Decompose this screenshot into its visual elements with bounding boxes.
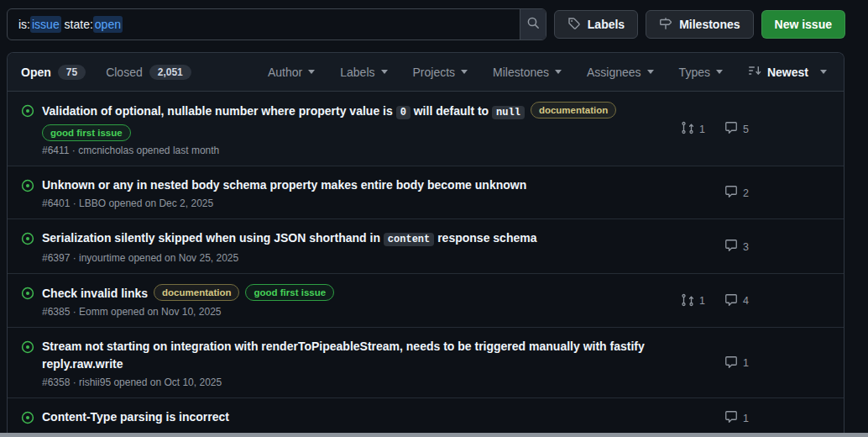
issue-title-text: response schema	[434, 231, 536, 245]
issue-title[interactable]: Serialization silently skipped when usin…	[42, 229, 681, 249]
issue-main: Stream not starting on integration with …	[34, 338, 681, 388]
filter-dropdowns: Author Labels Projects Milestones Assign…	[268, 64, 830, 80]
label-good-first-issue[interactable]: good first issue	[42, 124, 131, 141]
chevron-down-icon	[461, 70, 468, 74]
issue-main: Check invalid linksdocumentationgood fir…	[34, 284, 681, 318]
sort-desc-icon	[748, 64, 761, 80]
open-issue-icon	[21, 340, 34, 357]
filter-assignees-label: Assignees	[587, 66, 641, 79]
label-documentation[interactable]: documentation	[531, 102, 616, 118]
inline-code: null	[492, 106, 525, 119]
filter-author[interactable]: Author	[268, 66, 315, 79]
issue-stats: 1	[681, 355, 830, 371]
comment-icon	[724, 121, 738, 137]
comment-icon	[724, 185, 738, 201]
inline-code: 0	[396, 106, 410, 119]
issue-labels: good first issue	[42, 124, 681, 141]
issue-row[interactable]: Stream not starting on integration with …	[8, 328, 844, 398]
inline-code: content	[384, 233, 434, 246]
issues-page: is:issue state:open Labels Milestones Ne…	[0, 0, 868, 437]
labels-button-label: Labels	[588, 18, 625, 31]
issue-title[interactable]: Content-Type parsing is incorrect	[42, 408, 681, 426]
issue-title[interactable]: Stream not starting on integration with …	[42, 338, 681, 373]
tab-open[interactable]: Open 75	[21, 65, 86, 80]
comment-count: 3	[743, 241, 749, 253]
issue-row[interactable]: Serialization silently skipped when usin…	[8, 219, 844, 274]
comment-count: 1	[743, 357, 749, 369]
pull-request-icon	[681, 121, 694, 137]
chevron-down-icon	[716, 70, 723, 74]
issue-row[interactable]: Unknown or any in nested body schema pro…	[8, 166, 844, 219]
comments-stat[interactable]: 4	[724, 293, 768, 309]
issue-title[interactable]: Unknown or any in nested body schema pro…	[42, 176, 681, 194]
issue-main: Unknown or any in nested body schema pro…	[34, 176, 681, 209]
comment-count: 1	[743, 413, 749, 424]
issue-stats: 3	[681, 239, 830, 255]
comments-stat[interactable]: 3	[724, 239, 768, 255]
search-token-qualifier: is:	[18, 18, 30, 31]
milestones-button[interactable]: Milestones	[646, 10, 753, 39]
comment-icon	[724, 355, 738, 371]
filter-labels[interactable]: Labels	[340, 66, 387, 79]
comment-count: 5	[743, 124, 749, 135]
search-input[interactable]: is:issue state:open	[7, 8, 546, 40]
open-issue-icon	[21, 104, 34, 121]
filter-labels-label: Labels	[340, 66, 374, 79]
issue-title-text: Serialization silently skipped when usin…	[42, 231, 384, 245]
filter-milestones[interactable]: Milestones	[493, 66, 562, 79]
linked-pr-stat[interactable]: 1	[681, 293, 724, 309]
horizontal-scrollbar[interactable]	[0, 433, 868, 437]
issue-title-text: Check invalid links	[42, 287, 148, 300]
sort-dropdown[interactable]: Newest	[748, 64, 827, 80]
comment-count: 4	[743, 295, 749, 307]
comments-stat[interactable]: 5	[724, 121, 768, 137]
milestone-icon	[659, 17, 672, 33]
issues-list-container: Open 75 Closed 2,051 Author Labels Proje…	[7, 52, 844, 437]
open-issue-icon	[21, 287, 34, 303]
filter-author-label: Author	[268, 66, 302, 79]
issue-stats: 2	[681, 185, 830, 201]
filter-milestones-label: Milestones	[493, 66, 549, 79]
linked-pr-stat[interactable]: 1	[681, 121, 724, 137]
new-issue-button[interactable]: New issue	[761, 10, 845, 39]
comments-stat[interactable]: 2	[724, 185, 768, 201]
filter-projects-label: Projects	[413, 66, 456, 79]
open-issue-icon	[21, 232, 34, 249]
issue-row[interactable]: Content-Type parsing is incorrect 1	[8, 398, 844, 437]
filter-types[interactable]: Types	[679, 66, 723, 79]
chevron-down-icon	[381, 70, 388, 74]
filter-types-label: Types	[679, 66, 710, 79]
issue-title[interactable]: Validation of optional, nullable number …	[42, 102, 681, 122]
tab-closed[interactable]: Closed 2,051	[106, 65, 191, 80]
search-token-value: open	[93, 16, 123, 33]
chevron-down-icon	[820, 70, 827, 74]
search-button[interactable]	[520, 9, 546, 39]
issue-row[interactable]: Check invalid linksdocumentationgood fir…	[8, 274, 844, 328]
issue-row[interactable]: Validation of optional, nullable number …	[8, 92, 844, 166]
sort-label: Newest	[767, 66, 808, 79]
filter-assignees[interactable]: Assignees	[587, 66, 654, 79]
issue-meta: #6397 · inyourtime opened on Nov 25, 202…	[42, 252, 681, 264]
issue-meta: #6411 · cmcnicholas opened last month	[42, 145, 681, 156]
label-documentation[interactable]: documentation	[154, 284, 239, 301]
issue-title[interactable]: Check invalid linksdocumentationgood fir…	[42, 284, 681, 303]
pull-request-icon	[681, 293, 694, 309]
search-token-value: issue	[30, 16, 61, 33]
issue-stats: 1 4	[681, 293, 830, 309]
issue-meta: #6358 · rishii95 opened on Oct 10, 2025	[42, 376, 681, 388]
issue-main: Content-Type parsing is incorrect	[34, 408, 681, 426]
comments-stat[interactable]: 1	[724, 410, 768, 426]
label-good-first-issue[interactable]: good first issue	[245, 284, 334, 301]
linked-pr-count: 1	[699, 295, 705, 307]
issue-main: Serialization silently skipped when usin…	[34, 229, 681, 264]
search-query[interactable]: is:issue state:open	[8, 9, 520, 39]
open-issue-icon	[21, 179, 34, 196]
comment-icon	[724, 410, 738, 426]
open-count-badge: 75	[58, 65, 86, 80]
issue-meta: #6385 · Eomm opened on Nov 10, 2025	[42, 306, 681, 318]
labels-button[interactable]: Labels	[554, 10, 638, 39]
comments-stat[interactable]: 1	[724, 355, 768, 371]
search-token-qualifier: state:	[61, 18, 93, 31]
list-filter-bar: Open 75 Closed 2,051 Author Labels Proje…	[8, 53, 844, 92]
filter-projects[interactable]: Projects	[413, 66, 468, 79]
